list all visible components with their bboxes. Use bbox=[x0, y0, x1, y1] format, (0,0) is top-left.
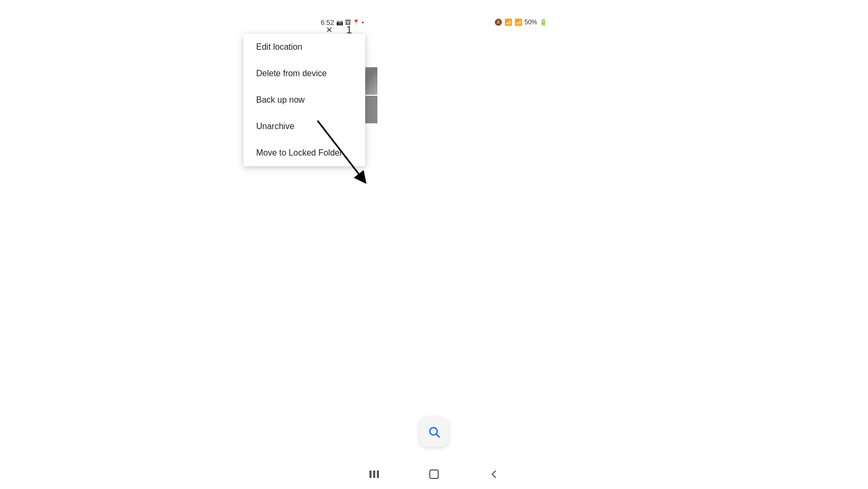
menu-item-move-to-locked-folder[interactable]: Move to Locked Folder bbox=[243, 140, 365, 166]
status-right: 🔕 📶 📶 50% 🔋 bbox=[494, 19, 547, 26]
search-icon bbox=[428, 425, 440, 438]
wifi-icon: 📶 bbox=[504, 19, 512, 26]
status-left: 6:52 📷 🖼 📍 • bbox=[321, 19, 364, 26]
search-fab[interactable] bbox=[419, 417, 449, 447]
svg-rect-5 bbox=[377, 470, 379, 478]
nav-back-button[interactable] bbox=[485, 466, 502, 483]
signal-icon: 📶 bbox=[514, 19, 522, 26]
notification-icons: 📷 🖼 📍 • bbox=[336, 19, 364, 26]
home-icon bbox=[428, 468, 440, 481]
battery-text: 50% bbox=[525, 19, 537, 26]
battery-icon: 🔋 bbox=[539, 19, 547, 26]
nav-home-button[interactable] bbox=[426, 466, 442, 483]
menu-item-back-up-now[interactable]: Back up now bbox=[243, 87, 365, 113]
nav-menu-button[interactable] bbox=[366, 466, 383, 483]
main-content: 6:52 📷 🖼 📍 • 🔕 📶 📶 50% 🔋 × 1 Today ✓ bbox=[312, 15, 556, 489]
mute-icon: 🔕 bbox=[494, 19, 502, 26]
bottom-navigation bbox=[312, 459, 556, 489]
menu-item-delete-from-device[interactable]: Delete from device bbox=[243, 60, 365, 87]
back-chevron-icon bbox=[487, 468, 500, 481]
menu-item-unarchive[interactable]: Unarchive bbox=[243, 113, 365, 140]
svg-rect-4 bbox=[373, 470, 375, 478]
context-menu: Edit location Delete from device Back up… bbox=[243, 34, 365, 166]
menu-bars-icon bbox=[368, 468, 381, 481]
time-display: 6:52 bbox=[321, 19, 334, 26]
status-bar: 6:52 📷 🖼 📍 • 🔕 📶 📶 50% 🔋 bbox=[312, 15, 556, 30]
menu-item-edit-location[interactable]: Edit location bbox=[243, 34, 365, 60]
svg-rect-6 bbox=[430, 470, 438, 478]
svg-rect-3 bbox=[369, 470, 372, 478]
svg-line-2 bbox=[437, 434, 440, 438]
